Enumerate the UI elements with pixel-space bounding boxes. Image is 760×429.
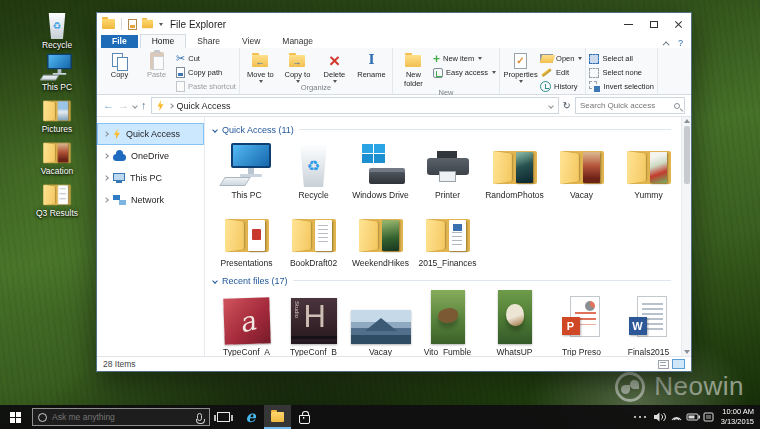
file-explorer-button[interactable] xyxy=(264,405,291,429)
sidebar-item-onedrive[interactable]: OneDrive xyxy=(97,145,204,167)
tab-home[interactable]: Home xyxy=(140,34,187,48)
file-item[interactable]: PTrip Preso xyxy=(548,288,615,356)
group-header-recent-files[interactable]: Recent files (17) xyxy=(213,273,681,288)
items-count: 28 Items xyxy=(103,359,136,369)
delete-button[interactable]: Delete xyxy=(317,50,352,83)
expander-icon[interactable] xyxy=(103,197,109,203)
search-box[interactable] xyxy=(575,97,685,114)
desktop-icon-recycle[interactable]: Recycle xyxy=(26,8,88,50)
new-folder-qat-icon[interactable] xyxy=(142,20,153,29)
refresh-icon[interactable]: ↻ xyxy=(563,100,571,111)
expander-icon[interactable] xyxy=(103,153,109,159)
file-item[interactable]: RandomPhotos xyxy=(481,137,548,200)
rename-button[interactable]: Rename xyxy=(354,50,389,80)
file-item[interactable]: Recycle xyxy=(280,137,347,200)
scrollbar-thumb[interactable] xyxy=(684,126,690,184)
desktop-icon-pictures[interactable]: Pictures xyxy=(26,92,88,134)
forward-button[interactable]: → xyxy=(118,100,129,111)
details-view-icon[interactable] xyxy=(658,360,669,369)
copy-button[interactable]: Copy xyxy=(102,50,137,80)
properties-qat-icon[interactable] xyxy=(128,19,137,30)
easy-access-button[interactable]: Easy access xyxy=(433,66,496,79)
tab-file[interactable]: File xyxy=(101,35,138,48)
file-item[interactable]: Yummy xyxy=(615,137,681,200)
breadcrumb[interactable]: Quick Access xyxy=(151,97,559,114)
start-button[interactable] xyxy=(0,405,30,429)
properties-button[interactable]: Properties xyxy=(503,50,538,83)
sidebar-item-this-pc[interactable]: This PC xyxy=(97,167,204,189)
recent-locations-caret-icon[interactable] xyxy=(132,103,138,109)
paste-shortcut-button[interactable]: Paste shortcut xyxy=(176,80,236,93)
taskbar-clock[interactable]: 10:00 AM 3/13/2015 xyxy=(721,407,754,427)
file-item[interactable]: 2015_Finances xyxy=(414,205,481,268)
cortana-search-box[interactable] xyxy=(32,408,210,426)
scrollbar[interactable] xyxy=(681,117,691,356)
tray-icons[interactable] xyxy=(631,410,715,424)
file-item[interactable]: Vacay xyxy=(347,288,414,356)
file-item[interactable]: Printer xyxy=(414,137,481,200)
file-item-label: Vito_Fumble xyxy=(424,347,472,356)
group-header-quick-access[interactable]: Quick Access (11) xyxy=(213,122,681,137)
edit-button[interactable]: Edit xyxy=(540,66,582,79)
expander-icon[interactable] xyxy=(103,175,109,181)
minimize-ribbon-icon[interactable] xyxy=(663,41,670,48)
minimize-button[interactable] xyxy=(616,13,641,35)
qat-customize-caret-icon[interactable] xyxy=(159,23,163,26)
file-item[interactable]: StudioHTypeConf_B xyxy=(280,288,347,356)
file-item[interactable]: Vito_Fumble xyxy=(414,288,481,356)
help-button[interactable]: ? xyxy=(678,38,683,48)
tab-view[interactable]: View xyxy=(231,35,271,48)
collapse-group-icon[interactable] xyxy=(212,127,218,133)
scroll-down-icon[interactable] xyxy=(684,350,690,354)
windows-drive-icon xyxy=(355,143,407,187)
ribbon-group-clipboard: Copy Paste Cut Copy path Paste shortcut … xyxy=(99,48,240,94)
file-item[interactable]: Presentations xyxy=(213,205,280,268)
copy-path-button[interactable]: Copy path xyxy=(176,66,236,79)
new-item-button[interactable]: New item xyxy=(433,52,496,65)
file-item[interactable]: BookDraft02 xyxy=(280,205,347,268)
maximize-button[interactable] xyxy=(641,13,666,35)
expander-icon[interactable] xyxy=(103,131,109,137)
file-item[interactable]: Windows Drive xyxy=(347,137,414,200)
file-item[interactable]: This PC xyxy=(213,137,280,200)
paste-button[interactable]: Paste xyxy=(139,50,174,80)
select-none-button[interactable]: Select none xyxy=(589,66,653,79)
copy-to-button[interactable]: →Copy to xyxy=(280,50,315,83)
task-view-button[interactable] xyxy=(210,405,237,429)
search-input[interactable] xyxy=(580,101,671,110)
desktop-icon-q3-results[interactable]: Q3 Results xyxy=(26,176,88,218)
address-dropdown-icon[interactable] xyxy=(548,103,554,109)
microphone-icon[interactable] xyxy=(197,413,202,421)
caption-buttons xyxy=(616,13,691,35)
breadcrumb-location[interactable]: Quick Access xyxy=(177,101,231,111)
file-item[interactable]: Vacay xyxy=(548,137,615,200)
open-button[interactable]: Open xyxy=(540,52,582,65)
back-button[interactable]: ← xyxy=(103,100,114,111)
new-folder-button[interactable]: New folder xyxy=(396,50,431,88)
internet-explorer-button[interactable] xyxy=(237,405,264,429)
file-item[interactable]: WFinals2015 xyxy=(615,288,681,356)
up-button[interactable]: ↑ xyxy=(141,100,147,111)
cut-button[interactable]: Cut xyxy=(176,52,236,65)
file-item[interactable]: aTypeConf_A xyxy=(213,288,280,356)
sidebar-item-quick-access[interactable]: Quick Access xyxy=(97,123,204,145)
desktop-icon-this-pc[interactable]: This PC xyxy=(26,50,88,92)
desktop-icon-vacation[interactable]: Vacation xyxy=(26,134,88,176)
thumbnails-view-icon[interactable] xyxy=(672,359,685,369)
invert-selection-button[interactable]: Invert selection xyxy=(589,80,653,93)
tab-manage[interactable]: Manage xyxy=(271,35,324,48)
tab-share[interactable]: Share xyxy=(186,35,231,48)
title-bar[interactable]: File Explorer xyxy=(97,13,691,35)
store-button[interactable] xyxy=(291,405,318,429)
taskbar: 10:00 AM 3/13/2015 xyxy=(0,405,760,429)
scroll-up-icon[interactable] xyxy=(684,119,690,123)
file-item[interactable]: WeekendHikes xyxy=(347,205,414,268)
sidebar-item-network[interactable]: Network xyxy=(97,189,204,211)
file-item[interactable]: WhatsUP xyxy=(481,288,548,356)
taskbar-search-input[interactable] xyxy=(52,412,192,422)
close-button[interactable] xyxy=(666,13,691,35)
collapse-group-icon[interactable] xyxy=(212,278,218,284)
select-all-button[interactable]: Select all xyxy=(589,52,653,65)
move-to-button[interactable]: ←Move to xyxy=(243,50,278,83)
history-button[interactable]: History xyxy=(540,80,582,93)
